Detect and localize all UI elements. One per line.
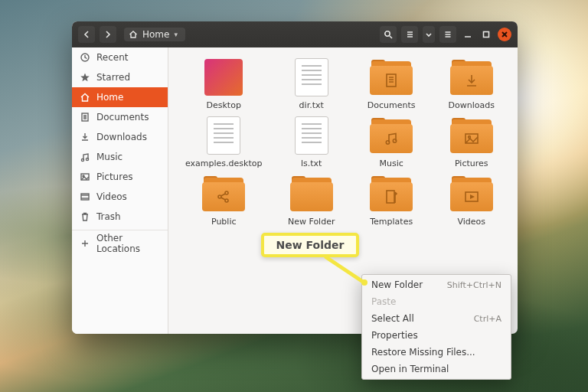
folder-icon xyxy=(370,176,413,211)
file-label: Music xyxy=(380,158,403,168)
nav-back-button[interactable] xyxy=(78,26,95,43)
svg-marker-13 xyxy=(80,74,90,82)
file-label: Templates xyxy=(370,217,413,227)
context-menu-item[interactable]: Open in Terminal xyxy=(362,361,511,377)
videos-icon xyxy=(80,191,90,202)
file-item[interactable]: Music xyxy=(361,116,423,168)
sidebar-item-label: Trash xyxy=(96,211,121,222)
svg-line-39 xyxy=(221,198,226,200)
file-item[interactable]: Pictures xyxy=(440,116,502,168)
svg-point-18 xyxy=(81,158,83,161)
file-label: Downloads xyxy=(449,100,495,110)
other-icon xyxy=(80,238,90,249)
svg-line-1 xyxy=(390,36,392,38)
file-label: Documents xyxy=(368,100,416,110)
sidebar: RecentStarredHomeDocumentsDownloadsMusic… xyxy=(72,47,168,334)
sidebar-item-documents[interactable]: Documents xyxy=(72,107,168,127)
context-menu-item[interactable]: Properties xyxy=(362,327,511,344)
sidebar-item-label: Pictures xyxy=(96,172,133,182)
sidebar-item-label: Documents xyxy=(96,112,149,122)
context-menu-label: Paste xyxy=(371,296,396,307)
file-item[interactable]: Downloads xyxy=(440,58,502,110)
nav-forward-button[interactable] xyxy=(100,26,116,43)
sidebar-item-music[interactable]: Music xyxy=(72,147,168,167)
context-menu-item[interactable]: Restore Missing Files... xyxy=(362,344,511,361)
svg-marker-42 xyxy=(470,194,475,199)
sidebar-item-other[interactable]: Other Locations xyxy=(72,234,168,253)
context-menu-item[interactable]: Select AllCtrl+A xyxy=(362,310,511,327)
context-menu-label: New Folder xyxy=(371,279,423,290)
file-item[interactable]: Templates xyxy=(361,175,423,227)
sidebar-item-pictures[interactable]: Pictures xyxy=(72,167,168,187)
chevron-down-icon: ▾ xyxy=(174,31,178,38)
file-item[interactable]: Documents xyxy=(361,58,423,110)
svg-point-0 xyxy=(385,31,390,36)
music-icon xyxy=(80,152,90,162)
file-label: dir.txt xyxy=(299,100,324,110)
folder-icon xyxy=(450,118,493,153)
path-location-label: Home xyxy=(142,29,169,40)
context-menu-item: Paste xyxy=(362,293,511,310)
starred-icon xyxy=(80,72,90,83)
file-item[interactable]: examples.desktop xyxy=(185,116,262,168)
text-file-icon xyxy=(295,58,328,96)
path-bar[interactable]: Home ▾ xyxy=(124,28,185,41)
file-label: Desktop xyxy=(207,100,241,110)
context-menu-item[interactable]: New FolderShift+Ctrl+N xyxy=(362,276,511,293)
file-label: Pictures xyxy=(455,158,488,168)
svg-point-37 xyxy=(225,199,228,202)
folder-icon xyxy=(202,176,245,211)
sidebar-item-label: Recent xyxy=(96,52,128,63)
file-item[interactable]: dir.txt xyxy=(280,58,342,110)
folder-icon xyxy=(450,176,493,211)
downloads-icon xyxy=(80,132,90,142)
folder-icon xyxy=(290,176,333,211)
file-item[interactable]: New Folder xyxy=(280,175,342,227)
folder-icon xyxy=(450,60,493,95)
svg-point-31 xyxy=(387,141,390,144)
sidebar-item-label: Music xyxy=(96,152,122,162)
svg-rect-40 xyxy=(387,191,394,203)
file-item[interactable]: Desktop xyxy=(185,58,262,110)
sidebar-item-trash[interactable]: Trash xyxy=(72,207,168,227)
file-item[interactable]: ls.txt xyxy=(280,116,342,168)
text-file-icon xyxy=(207,116,240,155)
file-label: New Folder xyxy=(288,217,335,227)
context-menu-label: Select All xyxy=(371,313,414,324)
context-menu-label: Open in Terminal xyxy=(371,364,449,374)
file-label: ls.txt xyxy=(301,158,322,168)
svg-rect-9 xyxy=(484,32,489,38)
sidebar-item-downloads[interactable]: Downloads xyxy=(72,127,168,147)
file-item[interactable]: Videos xyxy=(440,175,502,227)
sidebar-item-recent[interactable]: Recent xyxy=(72,47,168,67)
search-button[interactable] xyxy=(380,26,397,43)
file-item[interactable]: Public xyxy=(185,175,262,227)
context-menu: New FolderShift+Ctrl+NPasteSelect AllCtr… xyxy=(361,274,511,380)
file-label: examples.desktop xyxy=(185,158,262,168)
sidebar-item-label: Home xyxy=(96,92,123,103)
context-menu-label: Properties xyxy=(371,330,418,341)
titlebar: Home ▾ xyxy=(72,21,518,47)
sidebar-item-home[interactable]: Home xyxy=(72,87,168,107)
view-list-button[interactable] xyxy=(401,26,418,43)
sidebar-item-starred[interactable]: Starred xyxy=(72,67,168,87)
file-label: Public xyxy=(211,217,237,227)
sidebar-item-label: Downloads xyxy=(96,132,147,142)
trash-icon xyxy=(80,211,90,222)
callout-arrow-icon xyxy=(322,254,375,291)
sidebar-item-videos[interactable]: Videos xyxy=(72,187,168,207)
sidebar-item-label: Starred xyxy=(96,72,130,83)
svg-point-35 xyxy=(218,195,221,198)
pictures-icon xyxy=(80,172,90,182)
sidebar-item-label: Videos xyxy=(96,191,127,202)
text-file-icon xyxy=(295,116,328,155)
view-dropdown-button[interactable] xyxy=(423,26,435,43)
maximize-button[interactable] xyxy=(479,28,493,41)
hamburger-menu-button[interactable] xyxy=(439,26,456,43)
svg-point-32 xyxy=(394,139,397,142)
context-menu-label: Restore Missing Files... xyxy=(371,347,475,358)
svg-rect-22 xyxy=(81,194,89,200)
svg-point-19 xyxy=(86,158,88,160)
close-button[interactable] xyxy=(498,28,511,41)
minimize-button[interactable] xyxy=(461,28,475,41)
